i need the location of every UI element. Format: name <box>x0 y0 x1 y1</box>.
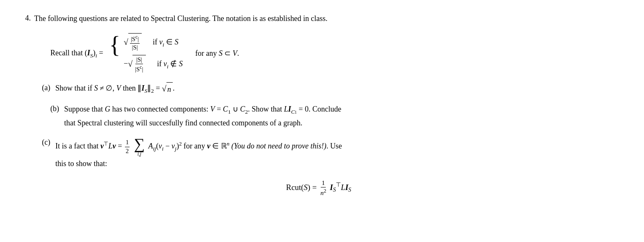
recall-block: Recall that (IS)i = { √ |Sc| |S| <box>50 33 612 74</box>
case2-condition: if vi ∉ S <box>157 57 182 72</box>
sub-question-c: (c) It is a fact that v⊤Lv = 1 2 ∑ i,j A… <box>42 136 612 170</box>
sub-c-label: (c) <box>42 136 50 170</box>
sub-a-content: Show that if S ≠ ∅, V then ‖IS‖2 = √ n . <box>55 82 174 96</box>
sub-b-label: (b) <box>50 103 59 130</box>
case1-row: √ |Sc| |S| if vi ∈ S <box>124 33 183 52</box>
sqrt2: √ |S| |Sc| <box>128 55 146 73</box>
sub-a-label: (a) <box>42 82 50 96</box>
question-intro: The following questions are related to S… <box>34 13 328 25</box>
sub-question-a: (a) Show that if S ≠ ∅, V then ‖IS‖2 = √… <box>42 82 612 96</box>
left-brace: { <box>109 33 120 74</box>
case1-condition: if vi ∈ S <box>153 35 178 50</box>
half-frac: 1 2 <box>125 138 130 155</box>
case2-row: − √ |S| |Sc| if vi ∉ S <box>124 55 183 73</box>
recall-label: Recall that (IS)i = <box>50 46 103 61</box>
rcut-frac: 1 n2 <box>319 179 327 197</box>
sub-c-content: It is a fact that v⊤Lv = 1 2 ∑ i,j Aij(v… <box>55 136 342 170</box>
case2-expr: − √ |S| |Sc| <box>124 55 146 73</box>
cases-group: { √ |Sc| |S| <box>109 33 183 74</box>
rcut-formula: Rcut(S) = 1 n2 IS⊤LIS <box>25 179 612 197</box>
sqrt1: √ |Sc| |S| <box>124 33 142 52</box>
question-header: 4. The following questions are related t… <box>25 13 612 25</box>
frac1: |Sc| |S| <box>130 34 140 52</box>
question-number: 4. <box>25 13 31 25</box>
question-container: 4. The following questions are related t… <box>25 13 612 197</box>
sum-expr: Aij <box>148 142 156 150</box>
case1-expr: √ |Sc| |S| <box>124 33 142 52</box>
summation: ∑ i,j <box>134 136 145 157</box>
sub-b-content: Suppose that G has two connected compone… <box>64 103 341 130</box>
sqrt-n: √ n <box>162 82 173 96</box>
cases-rows: √ |Sc| |S| if vi ∈ S <box>124 33 183 74</box>
frac2: |S| |Sc| <box>134 56 144 73</box>
sub-question-b: (b) Suppose that G has two connected com… <box>50 103 612 130</box>
for-any-text: for any S ⊂ V. <box>195 47 239 60</box>
